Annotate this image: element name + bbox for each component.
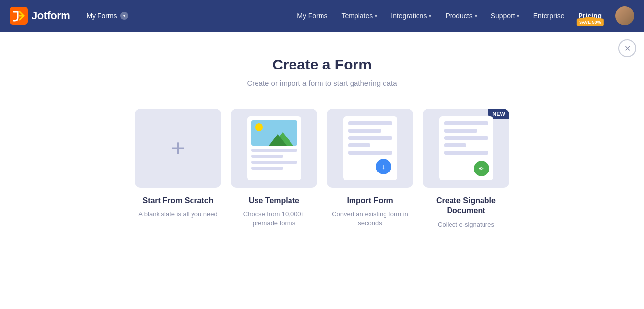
- card-import-visual: ↓: [327, 109, 413, 188]
- navbar-divider: [78, 8, 78, 23]
- card-template-desc: Choose from 10,000+ premade forms: [231, 210, 317, 228]
- my-forms-btn-label: My Forms: [86, 12, 117, 20]
- card-signable-title: Create Signable Document: [423, 196, 509, 216]
- import-illustration: ↓: [343, 116, 397, 180]
- nav-item-products[interactable]: Products ▾: [439, 8, 483, 24]
- card-signable-visual: NEW ✒: [423, 109, 509, 188]
- pricing-button[interactable]: Pricing SAVE 50%: [573, 8, 608, 24]
- signable-line-4: [444, 143, 466, 147]
- integrations-chevron-icon: ▾: [429, 13, 431, 19]
- card-signable[interactable]: NEW ✒ Create Signable Document Collect e…: [423, 109, 509, 229]
- nav-item-enterprise[interactable]: Enterprise: [527, 8, 571, 24]
- template-line-1: [251, 149, 297, 152]
- import-line-2: [348, 129, 382, 133]
- mountain-dark-icon: [269, 134, 287, 146]
- card-template[interactable]: Use Template Choose from 10,000+ premade…: [231, 109, 317, 228]
- avatar[interactable]: [615, 6, 634, 25]
- card-template-title: Use Template: [249, 196, 299, 206]
- signable-line-2: [444, 129, 478, 133]
- svg-rect-0: [10, 7, 28, 25]
- brand-name-text: Jotform: [32, 9, 70, 22]
- close-button[interactable]: ✕: [618, 39, 636, 57]
- template-line-3: [251, 161, 297, 164]
- card-import-desc: Convert an existing form in seconds: [327, 210, 413, 228]
- signable-line-1: [444, 121, 488, 125]
- card-signable-desc: Collect e-signatures: [438, 220, 494, 229]
- page-subtitle: Create or import a form to start gatheri…: [247, 79, 397, 87]
- card-template-visual: [231, 109, 317, 188]
- page-title: Create a Form: [272, 56, 372, 73]
- products-chevron-icon: ▾: [475, 13, 477, 19]
- import-line-4: [348, 143, 370, 147]
- card-import-title: Import Form: [347, 196, 393, 206]
- plus-icon: +: [171, 137, 185, 160]
- brand-logo[interactable]: Jotform: [10, 7, 70, 25]
- template-illustration: [247, 116, 301, 180]
- signable-line-5: [444, 151, 488, 155]
- pen-icon: ✒: [474, 161, 489, 176]
- template-line-4: [251, 167, 284, 170]
- templates-chevron-icon: ▾: [375, 13, 377, 19]
- sun-icon: [255, 123, 263, 131]
- signable-illustration: ✒: [439, 116, 493, 180]
- navbar-nav: My Forms Templates ▾ Integrations ▾ Prod…: [291, 6, 634, 25]
- import-line-1: [348, 121, 392, 125]
- card-scratch-title: Start From Scratch: [142, 196, 213, 206]
- nav-item-support[interactable]: Support ▾: [485, 8, 525, 24]
- nav-item-my-forms[interactable]: My Forms: [291, 8, 333, 24]
- card-import[interactable]: ↓ Import Form Convert an existing form i…: [327, 109, 413, 228]
- card-scratch-desc: A blank slate is all you need: [138, 210, 217, 219]
- save-badge: SAVE 50%: [577, 19, 603, 26]
- import-line-5: [348, 151, 392, 155]
- jotform-logo-icon: [10, 7, 28, 25]
- card-scratch[interactable]: + Start From Scratch A blank slate is al…: [135, 109, 221, 219]
- navbar: Jotform My Forms ▾ My Forms Templates ▾ …: [0, 0, 644, 32]
- signable-line-3: [444, 136, 488, 140]
- my-forms-chevron-icon: ▾: [120, 12, 128, 20]
- avatar-image: [615, 6, 634, 25]
- support-chevron-icon: ▾: [517, 13, 519, 19]
- cards-container: + Start From Scratch A blank slate is al…: [135, 109, 509, 229]
- nav-item-templates[interactable]: Templates ▾: [335, 8, 383, 24]
- template-line-2: [251, 155, 284, 158]
- card-scratch-visual: +: [135, 109, 221, 188]
- import-line-3: [348, 136, 392, 140]
- template-image-area: [251, 120, 297, 146]
- main-content: ✕ Create a Form Create or import a form …: [0, 32, 644, 309]
- my-forms-dropdown-btn[interactable]: My Forms ▾: [86, 12, 128, 20]
- download-icon: ↓: [376, 159, 391, 174]
- nav-item-integrations[interactable]: Integrations ▾: [385, 8, 437, 24]
